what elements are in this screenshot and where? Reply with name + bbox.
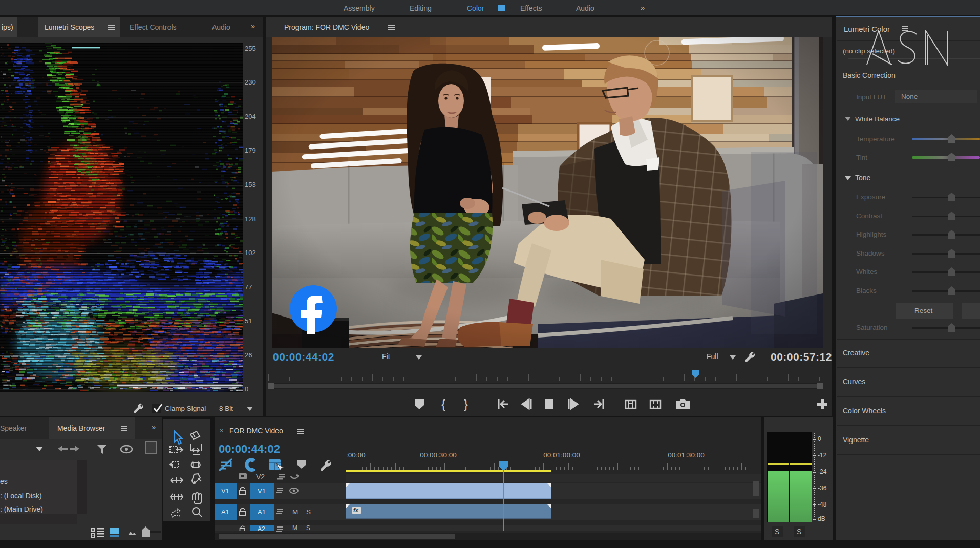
svg-text:V2: V2 xyxy=(256,473,265,480)
svg-text:}: } xyxy=(464,397,468,411)
svg-text:{: { xyxy=(441,397,445,411)
